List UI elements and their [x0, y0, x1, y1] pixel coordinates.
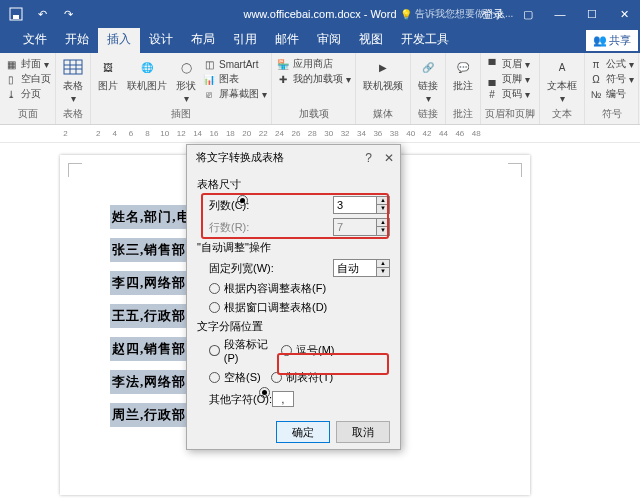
maximize-button[interactable]: ☐: [576, 0, 608, 28]
window-title: www.officebai.com.docx - Word: [243, 8, 396, 20]
minimize-button[interactable]: —: [544, 0, 576, 28]
picture-button[interactable]: 🖼图片: [95, 57, 121, 93]
save-icon[interactable]: [0, 7, 26, 21]
header-button[interactable]: ▀页眉▾: [485, 57, 530, 71]
spin-down-icon[interactable]: ▼: [377, 205, 389, 213]
equation-icon: π: [589, 57, 603, 71]
ribbon-options-icon[interactable]: ▢: [512, 0, 544, 28]
radio-sep-comma[interactable]: 逗号(M): [281, 337, 343, 364]
horizontal-ruler[interactable]: 2246810121416182022242628303234363840424…: [0, 125, 640, 143]
ruler-mark: 10: [160, 129, 167, 138]
tab-home[interactable]: 开始: [56, 26, 98, 53]
tab-review[interactable]: 审阅: [308, 26, 350, 53]
ok-button[interactable]: 确定: [276, 421, 330, 443]
tab-mail[interactable]: 邮件: [266, 26, 308, 53]
radio-sep-tab[interactable]: 制表符(T): [271, 370, 343, 385]
radio-sep-paragraph[interactable]: 段落标记(P): [209, 337, 281, 364]
ruler-mark: 30: [324, 129, 331, 138]
footer-icon: ▄: [485, 72, 499, 86]
radio-fit-content[interactable]: 根据内容调整表格(F): [209, 281, 326, 296]
group-links-label: 链接: [415, 107, 441, 122]
link-button[interactable]: 🔗链接▾: [415, 57, 441, 104]
page-break-button[interactable]: ⤓分页: [4, 87, 51, 101]
section-separator-label: 文字分隔位置: [197, 319, 390, 334]
ruler-mark: 18: [226, 129, 233, 138]
comment-button[interactable]: 💬批注: [450, 57, 476, 93]
ruler-mark: 20: [242, 129, 249, 138]
ruler-mark: 26: [291, 129, 298, 138]
ruler-mark: 2: [62, 129, 69, 138]
myaddins-button[interactable]: ✚我的加载项▾: [276, 72, 351, 86]
tab-view[interactable]: 视图: [350, 26, 392, 53]
cover-icon: ▦: [4, 57, 18, 71]
page-num-button[interactable]: #页码▾: [485, 87, 530, 101]
login-button[interactable]: 登录: [474, 7, 512, 22]
chart-button[interactable]: 📊图表: [202, 72, 267, 86]
radio-sep-other[interactable]: 其他字符(O):: [209, 391, 272, 407]
shapes-button[interactable]: ◯形状▾: [173, 57, 199, 104]
group-illus-label: 插图: [95, 107, 267, 122]
symbol-button[interactable]: Ω符号▾: [589, 72, 634, 86]
columns-input[interactable]: [333, 196, 377, 214]
chart-icon: 📊: [202, 72, 216, 86]
shapes-icon: ◯: [176, 57, 196, 77]
spin-up-icon[interactable]: ▲: [377, 260, 389, 268]
screenshot-icon: ⎚: [202, 87, 216, 101]
tab-design[interactable]: 设计: [140, 26, 182, 53]
margin-corner: [68, 163, 82, 177]
picture-icon: 🖼: [98, 57, 118, 77]
number-icon: №: [589, 87, 603, 101]
radio-fit-window[interactable]: 根据窗口调整表格(D): [209, 300, 327, 315]
tab-insert[interactable]: 插入: [98, 26, 140, 53]
undo-icon[interactable]: ↶: [26, 8, 52, 21]
header-icon: ▀: [485, 57, 499, 71]
redo-icon[interactable]: ↷: [52, 8, 78, 21]
sep-other-input[interactable]: [272, 391, 294, 407]
spin-up-icon: ▲: [377, 219, 389, 227]
number-button[interactable]: №编号: [589, 87, 634, 101]
ruler-mark: 22: [259, 129, 266, 138]
section-autofit-label: "自动调整"操作: [197, 240, 390, 255]
blank-page-button[interactable]: ▯空白页: [4, 72, 51, 86]
share-button[interactable]: 👥共享: [586, 30, 638, 51]
tab-file[interactable]: 文件: [14, 26, 56, 53]
smartart-icon: ◫: [202, 57, 216, 71]
store-button[interactable]: 🏪应用商店: [276, 57, 351, 71]
group-pages-label: 页面: [4, 107, 51, 122]
ruler-mark: 48: [472, 129, 479, 138]
textbox-icon: A: [552, 57, 572, 77]
group-addins-label: 加载项: [276, 107, 351, 122]
cover-page-button[interactable]: ▦封面▾: [4, 57, 51, 71]
ruler-mark: 32: [341, 129, 348, 138]
ruler-mark: 12: [177, 129, 184, 138]
share-icon: 👥: [593, 34, 607, 47]
dialog-help-button[interactable]: ?: [365, 151, 372, 165]
online-video-button[interactable]: ▶联机视频: [360, 57, 406, 93]
screenshot-button[interactable]: ⎚屏幕截图▾: [202, 87, 267, 101]
smartart-button[interactable]: ◫SmartArt: [202, 57, 267, 71]
close-button[interactable]: ✕: [608, 0, 640, 28]
tab-layout[interactable]: 布局: [182, 26, 224, 53]
ruler-mark: 40: [406, 129, 413, 138]
equation-button[interactable]: π公式▾: [589, 57, 634, 71]
fixed-width-input[interactable]: [333, 259, 377, 277]
fixed-width-spinner[interactable]: ▲▼: [333, 259, 390, 277]
radio-sep-space[interactable]: 空格(S): [209, 370, 271, 385]
footer-button[interactable]: ▄页脚▾: [485, 72, 530, 86]
columns-spinner[interactable]: ▲▼: [333, 196, 390, 214]
ruler-mark: 38: [390, 129, 397, 138]
spin-down-icon[interactable]: ▼: [377, 268, 389, 276]
table-icon: [63, 57, 83, 77]
tab-references[interactable]: 引用: [224, 26, 266, 53]
pagenum-icon: #: [485, 87, 499, 101]
tab-tools[interactable]: 开发工具: [392, 26, 458, 53]
radio-fixed-width[interactable]: 固定列宽(W):: [209, 261, 274, 276]
cancel-button[interactable]: 取消: [336, 421, 390, 443]
online-picture-button[interactable]: 🌐联机图片: [124, 57, 170, 93]
spin-up-icon[interactable]: ▲: [377, 197, 389, 205]
dialog-close-button[interactable]: ✕: [384, 151, 394, 165]
svg-rect-2: [64, 60, 82, 74]
addin-icon: ✚: [276, 72, 290, 86]
table-button[interactable]: 表格▾: [60, 57, 86, 104]
textbox-button[interactable]: A文本框▾: [544, 57, 580, 104]
